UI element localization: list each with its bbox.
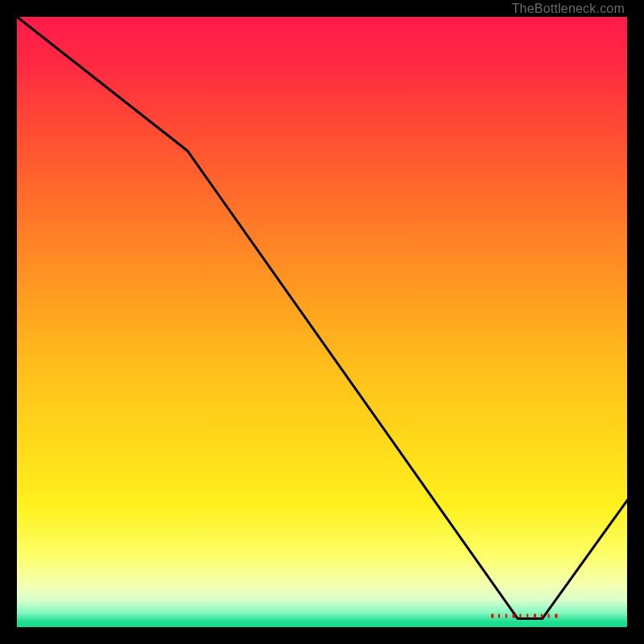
minimum-marker <box>498 614 500 618</box>
minimum-marker <box>548 614 550 618</box>
minimum-marker <box>541 614 543 618</box>
axis-border <box>16 16 628 628</box>
chart-frame: TheBottleneck.com <box>16 16 628 628</box>
minimum-marker <box>534 614 536 618</box>
minimum-marker <box>555 614 557 618</box>
minimum-marker <box>519 614 521 618</box>
minimum-marker <box>491 614 493 618</box>
minimum-marker <box>526 614 528 618</box>
minimum-marker <box>513 614 515 618</box>
data-line <box>16 16 628 619</box>
watermark-text: TheBottleneck.com <box>512 2 625 16</box>
chart-overlay <box>16 16 628 628</box>
minimum-marker <box>506 614 507 618</box>
minimum-markers <box>491 614 557 618</box>
